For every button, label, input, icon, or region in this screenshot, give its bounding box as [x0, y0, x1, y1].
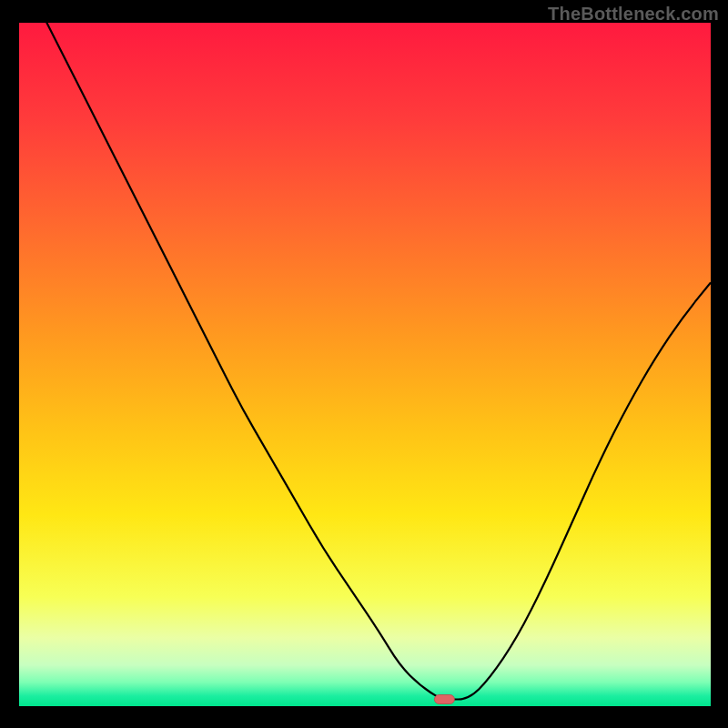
chart-stage: TheBottleneck.com — [0, 0, 728, 728]
gradient-background — [19, 23, 711, 706]
watermark-text: TheBottleneck.com — [548, 4, 719, 25]
plot-area — [19, 23, 711, 706]
chart-svg — [19, 23, 711, 706]
optimal-marker — [434, 694, 454, 703]
